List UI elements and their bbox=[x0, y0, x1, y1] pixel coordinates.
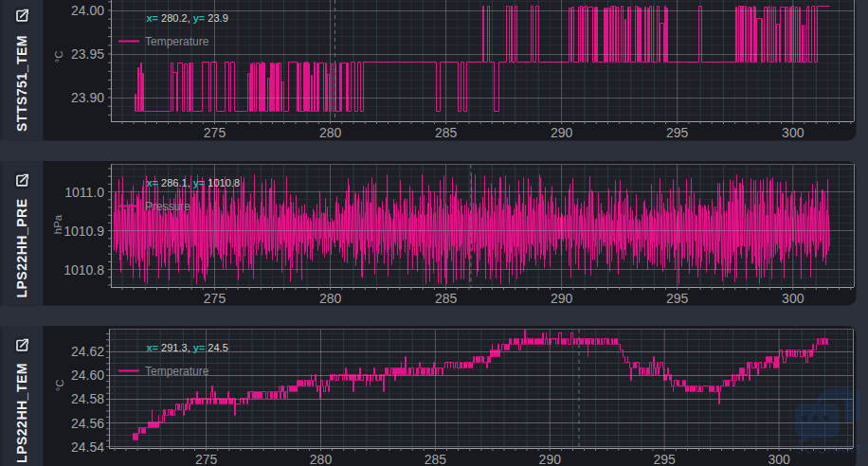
svg-text:300: 300 bbox=[782, 125, 805, 140]
svg-text:1010.9: 1010.9 bbox=[63, 224, 104, 239]
svg-text:°C: °C bbox=[53, 51, 64, 63]
svg-text:LPS22HH_TEM: LPS22HH_TEM bbox=[14, 363, 29, 463]
svg-text:Pressure: Pressure bbox=[145, 200, 190, 213]
svg-text:1010.8: 1010.8 bbox=[63, 262, 104, 278]
svg-text:°C: °C bbox=[54, 380, 65, 392]
svg-text:x= 291.3, y= 24.5: x= 291.3, y= 24.5 bbox=[147, 342, 228, 353]
svg-text:280: 280 bbox=[319, 291, 342, 306]
svg-text:290: 290 bbox=[551, 291, 573, 306]
svg-text:295: 295 bbox=[666, 291, 689, 306]
svg-text:24.60: 24.60 bbox=[71, 367, 104, 383]
svg-text:24.00: 24.00 bbox=[71, 3, 104, 18]
svg-text:STTS751_TEM: STTS751_TEM bbox=[14, 35, 29, 132]
svg-text:1011.0: 1011.0 bbox=[64, 185, 104, 200]
svg-text:Temperature: Temperature bbox=[145, 35, 209, 48]
svg-text:275: 275 bbox=[195, 452, 218, 466]
svg-text:275: 275 bbox=[204, 125, 226, 140]
svg-text:24.54: 24.54 bbox=[71, 439, 104, 455]
svg-text:295: 295 bbox=[666, 125, 689, 140]
svg-text:280: 280 bbox=[310, 452, 333, 466]
svg-text:300: 300 bbox=[782, 291, 805, 306]
svg-text:295: 295 bbox=[654, 452, 677, 466]
svg-text:SCICHART®: SCICHART® bbox=[796, 442, 868, 457]
svg-text:285: 285 bbox=[435, 291, 458, 306]
svg-text:x= 280.2, y= 23.9: x= 280.2, y= 23.9 bbox=[147, 12, 228, 24]
svg-text:LPS22HH_PRE: LPS22HH_PRE bbox=[14, 198, 29, 297]
svg-text:285: 285 bbox=[425, 452, 447, 466]
svg-text:290: 290 bbox=[539, 452, 562, 466]
svg-text:x= 286.1, y= 1010.8: x= 286.1, y= 1010.8 bbox=[147, 177, 241, 188]
svg-text:Temperature: Temperature bbox=[145, 365, 209, 378]
svg-text:280: 280 bbox=[319, 125, 342, 140]
svg-text:hPa: hPa bbox=[52, 214, 63, 234]
svg-text:275: 275 bbox=[204, 291, 226, 306]
svg-text:24.62: 24.62 bbox=[71, 344, 104, 359]
svg-text:24.58: 24.58 bbox=[71, 391, 104, 406]
svg-text:285: 285 bbox=[435, 125, 458, 140]
svg-text:24.56: 24.56 bbox=[71, 416, 104, 431]
svg-text:23.95: 23.95 bbox=[71, 46, 104, 62]
svg-text:300: 300 bbox=[768, 452, 790, 466]
svg-text:290: 290 bbox=[551, 125, 573, 140]
svg-text:23.90: 23.90 bbox=[71, 90, 104, 105]
